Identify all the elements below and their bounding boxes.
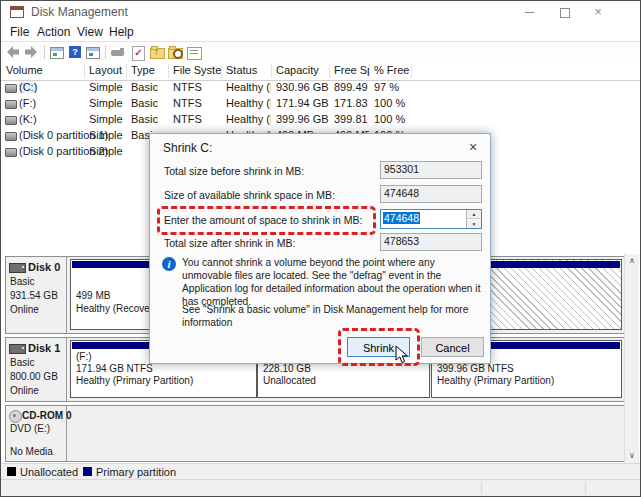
cdrom-0-media-area (67, 406, 624, 461)
disk-kind: DVD (E:) (10, 423, 50, 434)
column-type[interactable]: Type (126, 64, 169, 78)
cell-fs: NTFS (168, 97, 221, 112)
close-button[interactable]: × (583, 1, 613, 23)
minimize-button[interactable] (515, 1, 545, 23)
menu-bar: File Action View Help (1, 23, 640, 41)
check-document-icon[interactable]: ✓ (130, 44, 146, 60)
menu-file[interactable]: File (10, 25, 29, 39)
spinner: ▲ ▼ (466, 210, 481, 228)
cell-status: Healthy (B... (221, 81, 271, 96)
partition-line3: Healthy (Primary Partition) (437, 375, 554, 386)
cell-status: Healthy (P... (221, 113, 271, 128)
dialog-info-text: You cannot shrink a volume beyond the po… (182, 256, 481, 308)
cell-pct: 97 % (369, 81, 411, 96)
console-window-icon[interactable] (49, 44, 65, 60)
shrink-amount-input[interactable]: 474648 ▲ ▼ (380, 209, 482, 229)
vertical-scrollbar[interactable]: ∧ ∨ (624, 254, 639, 463)
partition-line2: 171.94 GB NTFS (76, 363, 153, 374)
unallocated-swatch (7, 467, 16, 476)
cancel-button[interactable]: Cancel (421, 337, 484, 357)
cell-capacity: 930.96 GB (271, 81, 329, 96)
column-free-space[interactable]: Free Spa... (329, 64, 370, 78)
cell-capacity: 171.94 GB (271, 97, 329, 112)
screenshot-icon[interactable] (110, 44, 126, 60)
table-row[interactable]: (K:) Simple Basic NTFS Healthy (P... 399… (1, 112, 640, 128)
toolbar-separator (44, 45, 45, 59)
disk-status: No Media (10, 446, 53, 457)
disk-status: Online (10, 304, 39, 315)
primary-partition-swatch (83, 467, 92, 476)
column-status[interactable]: Status (221, 64, 272, 78)
spin-up-icon[interactable]: ▲ (467, 210, 481, 219)
console-show-icon[interactable] (85, 44, 101, 60)
volume-name: (F:) (19, 97, 36, 109)
menu-help[interactable]: Help (109, 25, 134, 39)
disk-icon (9, 344, 26, 354)
app-icon (10, 6, 24, 18)
field-label-total-after: Total size after shrink in MB: (164, 237, 295, 249)
column-layout[interactable]: Layout (84, 64, 127, 78)
disk-size: 800.00 GB (10, 371, 58, 382)
toolbar-separator (105, 45, 106, 59)
disk-size: 931.54 GB (10, 290, 58, 301)
disk-name: Disk 1 (28, 342, 60, 354)
cdrom-0-label[interactable]: CD-ROM 0 DVD (E:) No Media (6, 406, 67, 461)
disk-name: CD-ROM 0 (22, 410, 71, 421)
folder-up-icon[interactable]: ↑ (149, 44, 165, 60)
disk-icon (9, 263, 26, 273)
toolbar: ? ✓ ↑ (1, 41, 640, 64)
legend-unallocated-label: Unallocated (20, 466, 78, 478)
forward-icon[interactable] (23, 44, 39, 60)
properties-icon[interactable] (186, 44, 202, 60)
menu-action[interactable]: Action (37, 25, 70, 39)
cell-fs: NTFS (168, 113, 221, 128)
maximize-button[interactable] (549, 1, 579, 23)
column-capacity[interactable]: Capacity (271, 64, 330, 78)
spin-down-icon[interactable]: ▼ (467, 220, 481, 228)
help-icon[interactable]: ? (67, 44, 83, 60)
partition-line1: (F:) (76, 351, 92, 362)
scroll-up-icon[interactable]: ∧ (625, 254, 639, 268)
partition-line2: 399.96 GB NTFS (437, 363, 514, 374)
cell-layout: Simple (84, 97, 126, 112)
field-value-total-after: 478653 (380, 233, 482, 251)
cell-free: 171.83 GB (329, 97, 369, 112)
menu-view[interactable]: View (77, 25, 103, 39)
cell-fs: NTFS (168, 81, 221, 96)
cell-layout: Simple (84, 145, 126, 160)
cell-type: Basic (126, 81, 168, 96)
minimize-icon (525, 12, 534, 13)
cell-free: 899.49 GB (329, 81, 369, 96)
cell-pct: 100 % (369, 97, 411, 112)
volume-icon (5, 132, 17, 141)
legend-bar: Unallocated Primary partition (1, 463, 640, 480)
dialog-help-text: See "Shrink a basic volume" in Disk Mana… (182, 303, 481, 329)
maximize-icon (560, 8, 570, 18)
cell-type: Basic (126, 97, 168, 112)
table-row[interactable]: (C:) Simple Basic NTFS Healthy (B... 930… (1, 80, 640, 96)
disk-0-label[interactable]: Disk 0 Basic 931.54 GB Online (6, 257, 67, 333)
volume-icon (5, 116, 17, 125)
field-label-available: Size of available shrink space in MB: (164, 189, 335, 201)
column-pct-free[interactable]: % Free (369, 64, 412, 78)
annotation-shrink-amount (157, 206, 376, 235)
folder-search-icon[interactable] (167, 44, 183, 60)
dialog-close-button[interactable]: × (462, 138, 484, 156)
shrink-dialog: Shrink C: × Total size before shrink in … (149, 133, 491, 364)
status-divider (481, 482, 482, 494)
field-label-total-before: Total size before shrink in MB: (164, 165, 304, 177)
disk-1-label[interactable]: Disk 1 Basic 800.00 GB Online (6, 338, 67, 401)
info-icon: i (162, 257, 176, 271)
cell-type: Basic (126, 113, 168, 128)
back-icon[interactable] (5, 44, 21, 60)
column-volume[interactable]: Volume (1, 64, 85, 78)
partition-line2: 499 MB (76, 290, 110, 301)
cell-layout: Simple (84, 113, 126, 128)
title-bar: Disk Management × (1, 1, 640, 23)
scroll-down-icon[interactable]: ∨ (625, 449, 639, 463)
field-value-available: 474648 (380, 185, 482, 203)
cell-pct: 100 % (369, 113, 411, 128)
column-file-system[interactable]: File System (168, 64, 222, 78)
disk-kind: Basic (10, 276, 34, 287)
table-row[interactable]: (F:) Simple Basic NTFS Healthy (P... 171… (1, 96, 640, 112)
